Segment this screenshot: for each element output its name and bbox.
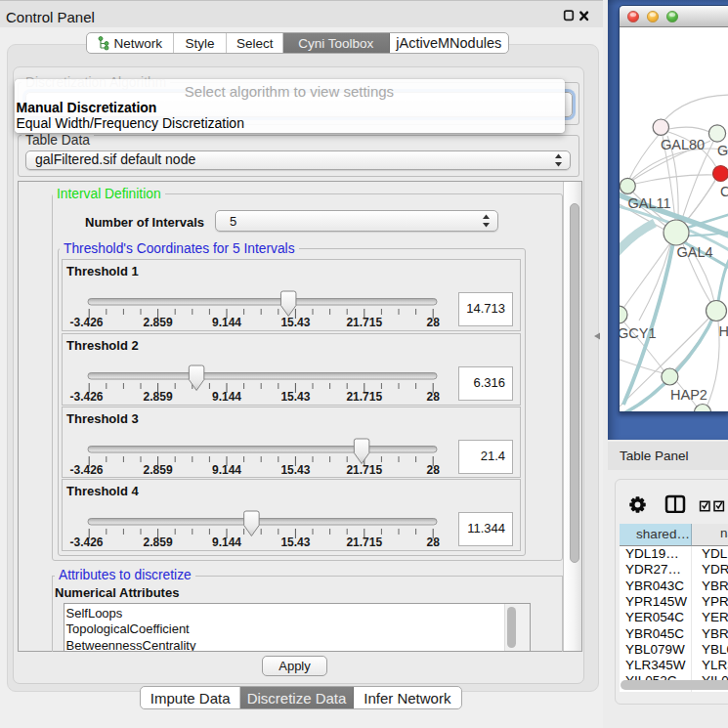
svg-text:15.43: 15.43 (280, 463, 310, 477)
svg-text:28: 28 (427, 535, 441, 549)
svg-text:HI: HI (719, 323, 728, 339)
svg-text:9.144: 9.144 (212, 316, 241, 329)
svg-text:GAL4: GAL4 (677, 244, 713, 260)
svg-text:21.715: 21.715 (346, 535, 382, 549)
svg-text:-3.426: -3.426 (69, 535, 103, 549)
svg-text:GAL11: GAL11 (628, 195, 671, 211)
svg-text:2.859: 2.859 (144, 316, 173, 329)
svg-text:9.144: 9.144 (212, 463, 241, 477)
svg-text:-3.426: -3.426 (69, 390, 103, 404)
svg-text:15.43: 15.43 (280, 316, 310, 329)
svg-text:15.43: 15.43 (280, 535, 310, 549)
svg-text:GAL80: GAL80 (661, 137, 705, 152)
svg-text:21.715: 21.715 (346, 463, 382, 477)
svg-text:GA: GA (717, 143, 728, 158)
svg-text:15.43: 15.43 (280, 390, 310, 404)
svg-text:28: 28 (427, 390, 441, 404)
svg-text:GCY1: GCY1 (620, 325, 657, 341)
svg-text:2.859: 2.859 (144, 535, 173, 549)
svg-text:28: 28 (427, 463, 441, 477)
svg-text:HAP2: HAP2 (670, 387, 707, 403)
svg-text:21.715: 21.715 (346, 390, 382, 404)
svg-text:21.715: 21.715 (346, 316, 382, 329)
svg-text:9.144: 9.144 (212, 535, 241, 549)
svg-text:9.144: 9.144 (212, 390, 241, 404)
svg-text:2.859: 2.859 (144, 463, 173, 477)
svg-text:CY: CY (720, 184, 728, 199)
svg-text:-3.426: -3.426 (69, 463, 103, 477)
svg-text:28: 28 (427, 316, 441, 329)
svg-text:-3.426: -3.426 (69, 316, 103, 329)
svg-text:2.859: 2.859 (144, 390, 173, 404)
